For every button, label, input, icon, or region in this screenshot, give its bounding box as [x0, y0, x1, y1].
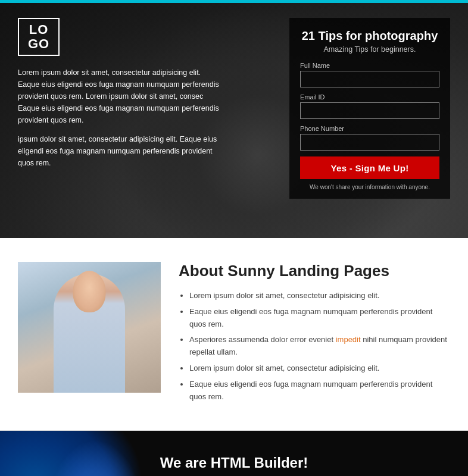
- hero-content: LO GO Lorem ipsum dolor sit amet, consec…: [0, 0, 468, 238]
- about-photo: [18, 262, 161, 393]
- hero-paragraph-2: ipsum dolor sit amet, consectetur adipis…: [18, 133, 220, 169]
- form-subtitle: Amazing Tips for beginners.: [300, 45, 439, 54]
- list-item: Lorem ipsum dolor sit amet, consectetur …: [189, 290, 450, 302]
- full-name-label: Full Name: [300, 62, 439, 69]
- privacy-text: We won't share your information with any…: [300, 184, 439, 190]
- hero-body-text: Lorem ipsum dolor sit amet, consectetur …: [18, 67, 220, 176]
- full-name-input[interactable]: [300, 71, 439, 87]
- about-title: About Sunny Landing Pages: [179, 262, 450, 280]
- about-section: About Sunny Landing Pages Lorem ipsum do…: [0, 238, 468, 431]
- hero-section: LO GO Lorem ipsum dolor sit amet, consec…: [0, 0, 468, 238]
- form-title: 21 Tips for photography: [300, 29, 439, 43]
- teal-top-bar: [0, 0, 468, 3]
- list-item: Eaque eius eligendi eos fuga magnam numq…: [189, 306, 450, 331]
- hero-left-panel: LO GO Lorem ipsum dolor sit amet, consec…: [18, 18, 277, 176]
- logo: LO GO: [18, 18, 60, 56]
- footer-section: We are HTML Builder! WE'RE SOCIAL, COME …: [0, 431, 468, 476]
- email-input[interactable]: [300, 102, 439, 119]
- hero-paragraph-1: Lorem ipsum dolor sit amet, consectetur …: [18, 67, 220, 126]
- signup-button[interactable]: Yes - Sign Me Up!: [300, 156, 439, 179]
- email-label: Email ID: [300, 93, 439, 101]
- list-item: Lorem ipsum dolor sit amet, consectetur …: [189, 362, 450, 375]
- phone-input[interactable]: [300, 134, 439, 151]
- about-content: About Sunny Landing Pages Lorem ipsum do…: [179, 262, 450, 406]
- logo-row: LO GO: [18, 18, 277, 56]
- phone-label: Phone Number: [300, 125, 439, 132]
- signup-form-panel: 21 Tips for photography Amazing Tips for…: [289, 18, 450, 199]
- list-item: Asperiores assumenda dolor error eveniet…: [189, 334, 450, 359]
- footer-title: We are HTML Builder!: [160, 455, 308, 471]
- list-item: Eaque eius eligendi eos fuga magnam numq…: [189, 378, 450, 403]
- about-list: Lorem ipsum dolor sit amet, consectetur …: [179, 290, 450, 403]
